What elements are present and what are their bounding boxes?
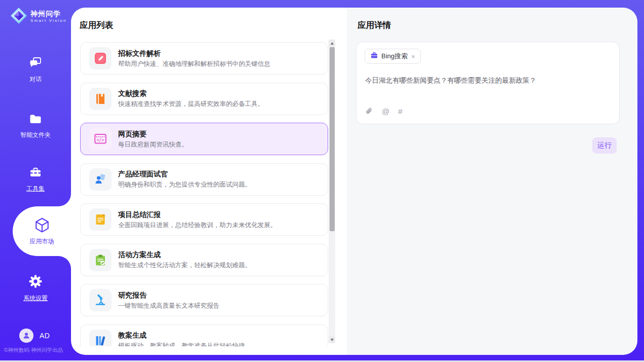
mention-icon[interactable]: @ <box>382 107 389 115</box>
sidebar-item-chat[interactable]: 对话 <box>0 56 71 84</box>
tool-chip-bing-search[interactable]: Bing搜索 × <box>365 49 421 64</box>
brand-name: 神州问学 <box>30 10 67 18</box>
app-item-title: 产品经理面试官 <box>118 170 252 177</box>
literature-search-icon <box>89 88 112 110</box>
app-item-bid-parse[interactable]: 招标文件解析 帮助用户快速、准确地理解和解析招标书中的关键信息 <box>80 42 328 75</box>
sidebar-item-smart-folder[interactable]: 智能文件夹 <box>0 112 71 139</box>
briefcase-icon <box>371 52 378 61</box>
copyright-footer: ©神州数码·神州问学出品 <box>4 347 63 354</box>
app-item-lesson-plan[interactable]: 教案生成 模板驱动，教案秒成，教学准备从此轻松快捷 <box>80 324 328 347</box>
app-list-title: 应用列表 <box>80 20 113 31</box>
query-editor-card[interactable]: Bing搜索 × 今日湖北有哪些新闻要点？有哪些需要关注的最新政策？ @ # <box>356 42 620 124</box>
sidebar-item-label: 对话 <box>29 75 42 84</box>
app-item-pm-interviewer[interactable]: 产品经理面试官 明确身份和职责，为您提供专业性的面试问题。 <box>80 163 328 196</box>
sidebar-item-label: 应用市场 <box>30 237 54 246</box>
lesson-plan-icon <box>89 330 112 347</box>
event-plan-icon <box>89 249 112 271</box>
sidebar-item-toolbox[interactable]: 工具集 <box>0 166 71 193</box>
user-initials: AD <box>40 332 50 340</box>
app-window: 神州问学 Smart Vision 对话 智能文件夹 <box>0 0 644 362</box>
sidebar-item-label: 工具集 <box>26 185 45 193</box>
app-item-project-summary[interactable]: 项目总结汇报 全面回顾项目进展，总结经验教训，助力未来优化发展。 <box>80 203 328 236</box>
research-report-icon <box>89 289 112 311</box>
brand-logo-icon <box>10 7 27 26</box>
sidebar-item-label: 智能文件夹 <box>20 131 51 139</box>
app-item-title: 文献搜索 <box>118 90 264 97</box>
app-item-desc: 快速精准查找学术资源，提高研究效率的必备工具。 <box>118 101 264 107</box>
app-item-title: 招标文件解析 <box>118 50 270 57</box>
gear-icon <box>28 274 43 291</box>
close-icon[interactable]: × <box>411 53 415 60</box>
web-summary-icon: </> <box>89 128 112 150</box>
run-button[interactable]: 运行 <box>592 137 617 154</box>
hash-icon[interactable]: # <box>398 107 402 115</box>
sidebar-item-label: 系统设置 <box>23 294 48 303</box>
user-account[interactable]: AD <box>19 329 50 343</box>
pm-interviewer-icon <box>89 168 112 191</box>
app-item-research-report[interactable]: 研究报告 一键智能生成高质量长文本研究报告 <box>80 284 328 316</box>
bid-parse-icon <box>89 47 112 69</box>
app-list-panel: 应用列表 招标文件解析 帮助用户快速、准确地理解和解析招标书中的关键信息 <box>71 8 347 355</box>
triangle-up-icon <box>331 42 334 45</box>
app-item-title: 项目总结汇报 <box>118 211 277 218</box>
scrollbar-down-button[interactable] <box>329 336 335 343</box>
brand-subtitle: Smart Vision <box>30 19 67 23</box>
app-item-desc: 一键智能生成高质量长文本研究报告 <box>118 303 220 309</box>
project-summary-icon <box>89 208 112 231</box>
svg-text:</>: </> <box>97 138 104 142</box>
scrollbar-thumb[interactable] <box>330 47 335 231</box>
query-input[interactable]: 今日湖北有哪些新闻要点？有哪些需要关注的最新政策？ <box>365 76 611 86</box>
app-item-desc: 帮助用户快速、准确地理解和解析招标书中的关键信息 <box>118 61 270 67</box>
app-item-title: 教案生成 <box>118 332 245 339</box>
app-item-desc: 智能生成个性化活动方案，轻松解决规划难题。 <box>118 262 252 269</box>
app-item-title: 网页摘要 <box>118 130 188 137</box>
app-detail-panel: 应用详情 Bing搜索 × 今日湖北有哪些新闻要点？有哪些需要关注的最新政策？ <box>347 8 637 355</box>
avatar <box>19 329 33 343</box>
toolbox-icon <box>29 166 42 181</box>
scrollbar[interactable] <box>329 40 335 343</box>
app-item-title: 研究报告 <box>118 292 220 299</box>
tool-chip-label: Bing搜索 <box>381 52 408 61</box>
brand: 神州问学 Smart Vision <box>10 7 67 26</box>
scrollbar-up-button[interactable] <box>329 40 335 47</box>
editor-toolbar: @ # <box>365 107 403 115</box>
app-item-desc: 模板驱动，教案秒成，教学准备从此轻松快捷 <box>118 343 245 346</box>
app-detail-title: 应用详情 <box>357 20 391 31</box>
app-item-desc: 明确身份和职责，为您提供专业性的面试问题。 <box>118 182 252 188</box>
chat-icon <box>29 56 42 71</box>
smart-folder-icon <box>29 112 42 127</box>
app-list: 招标文件解析 帮助用户快速、准确地理解和解析招标书中的关键信息 文献搜索 <box>80 42 328 346</box>
app-market-cube-icon <box>34 216 50 235</box>
sidebar: 神州问学 Smart Vision 对话 智能文件夹 <box>0 0 71 360</box>
app-item-title: 活动方案生成 <box>118 251 252 258</box>
app-item-event-plan[interactable]: 活动方案生成 智能生成个性化活动方案，轻松解决规划难题。 <box>80 244 328 276</box>
app-item-desc: 全面回顾项目进展，总结经验教训，助力未来优化发展。 <box>118 222 277 229</box>
app-item-web-summary[interactable]: </> 网页摘要 每日政府新闻资讯快查。 <box>80 123 328 155</box>
main-content: 应用列表 招标文件解析 帮助用户快速、准确地理解和解析招标书中的关键信息 <box>71 8 637 355</box>
app-item-literature-search[interactable]: 文献搜索 快速精准查找学术资源，提高研究效率的必备工具。 <box>80 83 328 115</box>
triangle-down-icon <box>331 339 334 341</box>
paperclip-icon[interactable] <box>365 107 373 115</box>
app-item-desc: 每日政府新闻资讯快查。 <box>118 141 188 148</box>
sidebar-item-app-market[interactable]: 应用市场 <box>13 206 71 256</box>
sidebar-item-settings[interactable]: 系统设置 <box>0 274 71 303</box>
